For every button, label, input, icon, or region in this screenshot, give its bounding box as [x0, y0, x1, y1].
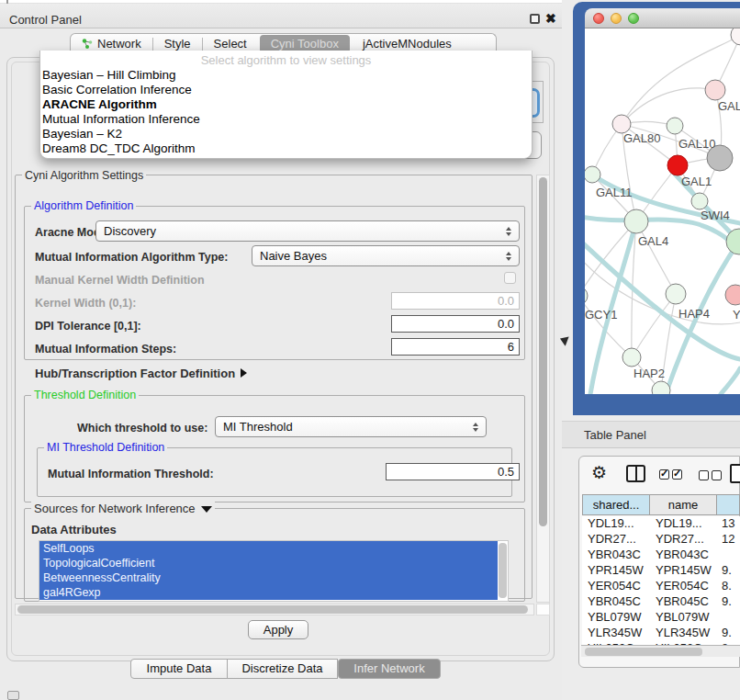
- dropdown-placeholder: Select algorithm to view settings: [40, 53, 532, 67]
- network-node[interactable]: [725, 285, 740, 305]
- table-row[interactable]: YDR27... YDR27... 12: [582, 532, 740, 548]
- table-row[interactable]: YBR045C YBR045C 9.: [582, 594, 740, 610]
- tab-label: jActiveMNodules: [363, 37, 452, 51]
- tab-infer-network[interactable]: Infer Network: [338, 659, 441, 679]
- tab-label: Style: [164, 37, 191, 51]
- network-node[interactable]: [731, 28, 740, 45]
- tab-impute-data[interactable]: Impute Data: [130, 659, 228, 679]
- network-node[interactable]: [624, 209, 648, 233]
- zoom-traffic-light-icon[interactable]: [628, 13, 639, 24]
- attribute-item[interactable]: TopologicalCoefficient: [39, 556, 498, 570]
- column-header-shared[interactable]: shared...: [582, 494, 650, 515]
- settings-vertical-scrollbar[interactable]: [536, 175, 550, 603]
- network-node[interactable]: [705, 80, 725, 100]
- float-window-icon[interactable]: [530, 14, 540, 24]
- scrollbar-corner: [536, 604, 550, 615]
- mi-threshold-field[interactable]: 0.5: [386, 463, 520, 480]
- unchecked-box-icon: [699, 470, 709, 480]
- sources-toggle[interactable]: Sources for Network Inference: [31, 502, 215, 515]
- network-node[interactable]: [691, 193, 708, 209]
- attribute-item[interactable]: gal4RGexp: [39, 585, 498, 600]
- network-node[interactable]: [622, 348, 641, 367]
- network-node[interactable]: [585, 166, 600, 183]
- network-node[interactable]: [667, 118, 683, 134]
- close-icon[interactable]: ✖: [545, 11, 556, 26]
- cell-shared-name: YBR045C: [582, 594, 650, 610]
- network-window-titlebar[interactable]: [585, 8, 740, 28]
- node-label: GAL80: [623, 131, 660, 145]
- scrollbar-thumb[interactable]: [17, 605, 528, 614]
- algorithm-item[interactable]: Dream8 DC_TDC Algorithm: [40, 141, 532, 156]
- cell-value: 13: [717, 516, 740, 532]
- network-view-canvas[interactable]: GAL GAL80 GAL10 GAL1 GAL11 SWI4 GAL4 GCY…: [585, 28, 740, 394]
- cell-value: [717, 548, 740, 563]
- node-label: GAL: [718, 99, 740, 113]
- stepper-icon: [506, 252, 512, 261]
- list-scrollbar-thumb[interactable]: [499, 543, 507, 598]
- table-row[interactable]: YLR345W YLR345W 9.: [582, 626, 740, 641]
- table-horizontal-scrollbar[interactable]: [581, 645, 740, 657]
- cell-value: 9.: [717, 626, 740, 641]
- cell-name: YBR045C: [650, 594, 717, 610]
- attribute-item[interactable]: BetweennessCentrality: [39, 570, 498, 585]
- table-header: shared... name: [582, 494, 740, 515]
- combo-value: Discovery: [104, 224, 156, 238]
- manual-kernel-checkbox[interactable]: [504, 272, 516, 284]
- settings-horizontal-scrollbar[interactable]: [15, 604, 534, 615]
- dpi-tolerance-field[interactable]: 0.0: [391, 315, 520, 333]
- algorithm-item[interactable]: Mutual Information Inference: [40, 112, 532, 127]
- table-row[interactable]: YDL19... YDL19... 13: [582, 516, 740, 532]
- network-labels: GAL GAL80 GAL10 GAL1 GAL11 SWI4 GAL4 GCY…: [585, 99, 740, 380]
- select-all-rows-icon[interactable]: [659, 469, 682, 480]
- hub-definition-toggle[interactable]: Hub/Transcription Factor Definition: [35, 367, 247, 380]
- node-label: Y: [733, 308, 740, 322]
- network-node[interactable]: [585, 287, 588, 305]
- cell-shared-name: YLR345W: [582, 626, 650, 641]
- node-label: SWI4: [701, 209, 730, 222]
- network-node[interactable]: [612, 115, 631, 133]
- network-thick-edges: [585, 171, 740, 394]
- deselect-all-rows-icon[interactable]: [699, 470, 722, 480]
- column-header-name[interactable]: name: [650, 494, 717, 515]
- which-threshold-combo[interactable]: MI Threshold: [215, 416, 487, 437]
- mi-type-combo[interactable]: Naive Bayes: [252, 245, 520, 266]
- network-node[interactable]: [666, 284, 686, 304]
- node-label: GAL4: [638, 234, 668, 248]
- network-node[interactable]: [667, 155, 688, 175]
- attribute-item[interactable]: SelfLoops: [39, 541, 498, 556]
- cell-name: YDL19...: [650, 516, 717, 532]
- table-row[interactable]: YPR145W YPR145W 9.: [582, 563, 740, 579]
- expanded-arrow-icon: [201, 506, 212, 513]
- scrollbar-thumb[interactable]: [585, 648, 702, 656]
- document-icon[interactable]: [730, 464, 740, 483]
- apply-button[interactable]: Apply: [248, 620, 308, 639]
- column-header-partial[interactable]: [717, 494, 740, 515]
- group-title: Threshold Definition: [31, 389, 139, 401]
- algorithm-item[interactable]: Basic Correlation Inference: [40, 83, 532, 97]
- mi-type-label: Mutual Information Algorithm Type:: [35, 251, 228, 264]
- table-row[interactable]: YBR043C YBR043C: [582, 548, 740, 563]
- table-row[interactable]: YBL079W YBL079W: [582, 610, 740, 626]
- tab-discretize-data[interactable]: Discretize Data: [227, 659, 338, 679]
- table-row[interactable]: YER054C YER054C 8.: [582, 579, 740, 594]
- minimized-panel-icon[interactable]: [7, 691, 19, 700]
- table-body: YDL19... YDL19... 13 YDR27... YDR27... 1…: [582, 516, 740, 645]
- combo-value: Naive Bayes: [260, 249, 327, 263]
- kernel-width-field[interactable]: 0.0: [391, 292, 520, 310]
- tab-label: Cyni Toolbox: [271, 37, 339, 51]
- algorithm-item[interactable]: ARACNE Algorithm: [40, 97, 532, 112]
- gear-icon[interactable]: ⚙: [591, 462, 607, 483]
- node-label: GAL11: [596, 186, 633, 199]
- hub-label: Hub/Transcription Factor Definition: [35, 367, 235, 380]
- tab-label: Network: [97, 37, 141, 51]
- minimize-traffic-light-icon[interactable]: [611, 13, 622, 24]
- split-columns-icon[interactable]: [626, 465, 645, 482]
- algorithm-item[interactable]: Bayesian – Hill Climbing: [40, 68, 532, 83]
- algorithm-item[interactable]: Bayesian – K2: [40, 127, 532, 141]
- aracne-mode-combo[interactable]: Discovery: [95, 220, 520, 242]
- mi-steps-field[interactable]: 6: [391, 338, 520, 356]
- scrollbar-thumb[interactable]: [539, 177, 547, 526]
- close-traffic-light-icon[interactable]: [593, 13, 604, 24]
- table-panel-title: Table Panel: [584, 428, 646, 442]
- control-panel-titlebar: Control Panel ✖: [0, 4, 562, 28]
